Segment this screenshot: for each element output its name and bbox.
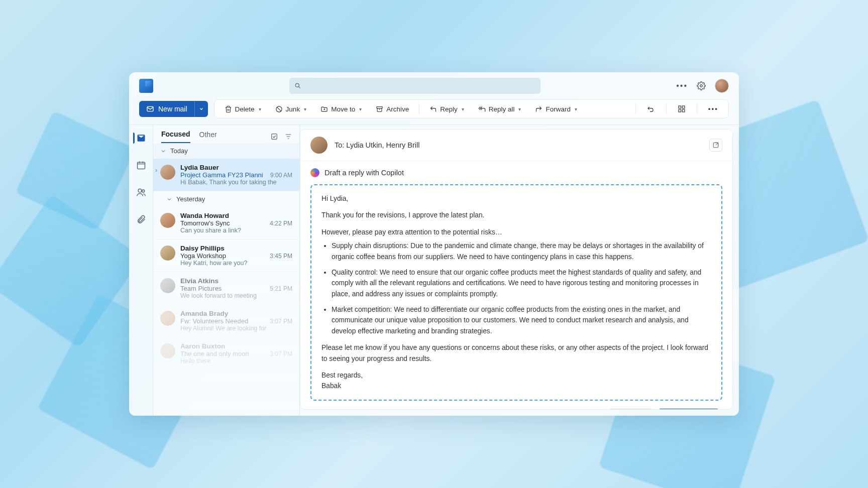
chevron-down-icon: ▾ [575, 106, 577, 112]
rail-people[interactable] [133, 184, 149, 200]
archive-label: Archive [386, 105, 409, 113]
message-preview: Hello there [180, 357, 292, 364]
message-body: Lydia Bauer Project Gamma FY23 Planni 9:… [180, 164, 292, 186]
svg-point-0 [295, 83, 299, 87]
message-subject: Tomorrow's Sync [180, 219, 267, 227]
main-area: Focused Other Today Lydia Bau [129, 125, 739, 416]
settings-icon[interactable] [697, 81, 706, 90]
recipients: To: Lydia Utkin, Henry Brill [335, 141, 420, 149]
tab-other[interactable]: Other [199, 131, 217, 143]
forward-button[interactable]: Forward ▾ [529, 102, 583, 116]
copilot-row: Draft a reply with Copilot [300, 161, 732, 184]
forward-label: Forward [546, 105, 571, 113]
message-preview: Can you share a link? [180, 227, 292, 234]
message-item[interactable]: Aaron Buxton The one and only moon 3:07 … [153, 337, 299, 370]
message-item[interactable]: Daisy Phillips Yoga Workshop 3:45 PM Hey… [153, 239, 299, 272]
message-item[interactable]: Elvia Atkins Team Pictures 5:21 PM We lo… [153, 272, 299, 305]
message-list: Focused Other Today Lydia Bau [153, 125, 300, 416]
message-time: 3:45 PM [270, 253, 292, 260]
undo-button[interactable] [641, 102, 661, 116]
signature-text: Babak [321, 382, 341, 390]
new-mail-button[interactable]: New mail [139, 101, 194, 117]
tab-focused[interactable]: Focused [161, 130, 190, 143]
select-icon[interactable] [270, 133, 278, 141]
adjust-button[interactable]: Adjust [608, 409, 653, 410]
message-preview: Hey Alumni! We are looking for [180, 325, 292, 332]
message-sender: Lydia Bauer [180, 164, 292, 171]
filter-icon[interactable] [284, 133, 292, 141]
message-time: 5:21 PM [270, 285, 292, 292]
rail-files[interactable] [133, 211, 149, 227]
move-to-button[interactable]: Move to ▾ [314, 102, 368, 116]
group-today-label: Today [170, 147, 188, 155]
inbox-tabs: Focused Other [153, 125, 299, 143]
group-yesterday[interactable]: Yesterday [153, 191, 299, 207]
message-subject: Yoga Workshop [180, 252, 267, 260]
junk-label: Junk [286, 105, 300, 113]
draft-bullet: Market competition: We need to different… [332, 304, 711, 336]
draft-box[interactable]: Hi Lydia, Thank you for the revisions, I… [310, 184, 722, 401]
svg-point-17 [142, 190, 144, 192]
message-sender: Aaron Buxton [180, 342, 292, 350]
mail-icon [136, 133, 146, 143]
people-icon [136, 187, 146, 197]
reading-pane: To: Lydia Utkin, Henry Brill Draft a rep… [300, 129, 733, 410]
pane-header: To: Lydia Utkin, Henry Brill [300, 130, 732, 161]
copilot-icon [310, 168, 319, 177]
attachment-icon [136, 214, 146, 224]
message-subject: Fw: Volunteers Needed [180, 317, 267, 325]
avatar [160, 165, 175, 180]
chevron-down-icon [160, 148, 166, 154]
new-mail-dropdown[interactable] [194, 101, 208, 117]
reply-icon [429, 105, 437, 113]
folder-move-icon [320, 105, 328, 113]
closing-text: Best regards, [321, 372, 363, 379]
apps-icon [678, 105, 686, 113]
search-input[interactable] [289, 78, 540, 94]
create-draft-button[interactable]: Create draft [658, 409, 719, 410]
command-bar: Delete ▾ Junk ▾ Move to ▾ Archive Reply [214, 99, 729, 118]
message-subject: Team Pictures [180, 285, 267, 292]
avatar [160, 213, 175, 228]
message-item[interactable]: Wanda Howard Tomorrow's Sync 4:22 PM Can… [153, 207, 299, 239]
draft-bullet: Supply chain disruptions: Due to the pan… [332, 240, 711, 262]
rail-calendar[interactable] [133, 157, 149, 173]
junk-button[interactable]: Junk ▾ [269, 102, 313, 116]
reply-button[interactable]: Reply ▾ [423, 102, 470, 116]
chevron-down-icon [199, 106, 204, 111]
more-icon[interactable]: ••• [676, 81, 688, 90]
title-bar-actions: ••• [676, 79, 729, 93]
profile-avatar[interactable] [715, 79, 729, 93]
group-today[interactable]: Today [153, 143, 299, 159]
message-subject: Project Gamma FY23 Planni [180, 171, 267, 179]
svg-rect-6 [377, 106, 382, 108]
archive-button[interactable]: Archive [370, 102, 415, 116]
message-sender: Amanda Brady [180, 310, 292, 317]
chevron-down-icon: ▾ [462, 106, 464, 112]
apps-button[interactable] [672, 102, 692, 116]
rail-mail[interactable] [133, 130, 149, 146]
search-icon [294, 82, 301, 89]
message-preview: We look forward to meeting [180, 292, 292, 299]
app-logo-icon [139, 79, 153, 93]
overflow-button[interactable]: ••• [702, 102, 724, 116]
svg-rect-10 [679, 109, 681, 112]
draft-paragraph: However, please pay extra attention to t… [321, 227, 711, 237]
delete-button[interactable]: Delete ▾ [219, 102, 267, 116]
message-item[interactable]: Lydia Bauer Project Gamma FY23 Planni 9:… [153, 159, 299, 191]
mail-icon [146, 105, 154, 113]
tabs-actions [270, 133, 292, 141]
chevron-down-icon: ▾ [359, 106, 362, 112]
reply-all-icon [478, 105, 486, 113]
reply-all-button[interactable]: Reply all ▾ [472, 102, 527, 116]
draft-actions: Adjust Create draft [300, 409, 732, 410]
separator [666, 103, 667, 114]
expand-button[interactable] [709, 139, 722, 152]
svg-line-5 [277, 107, 281, 111]
separator [419, 103, 419, 114]
reply-all-label: Reply all [489, 105, 515, 113]
avatar [160, 311, 175, 326]
separator [697, 103, 697, 114]
draft-greeting: Hi Lydia, [321, 193, 711, 204]
message-item[interactable]: Amanda Brady Fw: Volunteers Needed 3:07 … [153, 305, 299, 337]
